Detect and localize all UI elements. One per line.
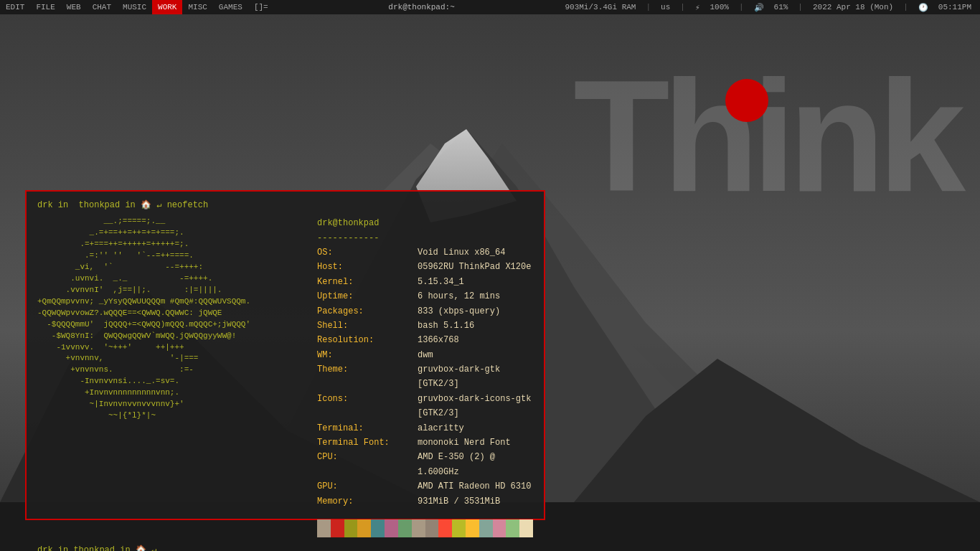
topbar-title: drk@thonkpad:~: [281, 3, 562, 11]
menu-music[interactable]: MUSIC: [117, 0, 152, 14]
info-key: Uptime:: [317, 289, 418, 303]
status-clock-icon: 🕐: [915, 3, 931, 12]
info-field: Uptime: 6 hours, 12 mins: [317, 289, 533, 303]
info-field: Theme: gruvbox-dark-gtk [GTK2/3]: [317, 362, 533, 392]
topbar-status: 903Mi/3.4Gi RAM | us | ⚡ 100% | 🔊 61% | …: [562, 3, 980, 12]
info-field: WM: dwm: [317, 348, 533, 362]
info-field: OS: Void Linux x86_64: [317, 245, 533, 260]
info-key: Theme:: [317, 362, 418, 392]
menu-edit[interactable]: EDIT: [0, 0, 30, 14]
neofetch-ascii: __.;=====;.__ _.=+==++=++=+=+===;. .=+==…: [37, 216, 310, 537]
menu-games[interactable]: GAMES: [213, 0, 248, 14]
neofetch-info: drk@thonkpad ------------ OS: Void Linux…: [310, 216, 533, 537]
info-key: Icons:: [317, 392, 418, 421]
sep3: |: [736, 3, 747, 11]
info-value: gruvbox-dark-gtk [GTK2/3]: [418, 362, 533, 392]
info-value: 980x551: [418, 333, 459, 347]
thinkpad-watermark: Think: [573, 57, 958, 215]
terminal-bottom-prompt: drk in thonkpad in 🏠 ↵ _: [37, 545, 533, 551]
color-swatch: [493, 519, 507, 537]
menu-file[interactable]: FILE: [30, 0, 60, 14]
info-value: Void Linux x86_64: [418, 245, 505, 260]
thinkpad-red-dot: [725, 79, 768, 122]
terminal-top-prompt: drk in thonkpad in 🏠 ↵ neofetch: [37, 199, 533, 212]
color-swatch: [506, 519, 519, 537]
info-field: Shell: bash 5.1.16: [317, 319, 533, 333]
neofetch-separator: ------------: [317, 231, 533, 245]
color-swatch: [357, 519, 371, 537]
info-value: mononoki Nerd Font: [418, 435, 511, 450]
info-value: bash 5.1.16: [418, 319, 474, 333]
info-field: GPU: AMD ATI Radeon HD 6310: [317, 479, 533, 494]
status-ram: 903Mi/3.4Gi RAM: [562, 3, 639, 11]
topbar: EDIT FILE WEB CHAT MUSIC WORK MISC GAMES…: [0, 0, 980, 14]
info-key: OS:: [317, 245, 418, 260]
color-swatch: [398, 519, 412, 537]
info-key: Packages:: [317, 304, 418, 319]
info-value: gruvbox-dark-icons-gtk [GTK2/3]: [418, 392, 533, 421]
status-time: 05:11PM: [936, 3, 974, 11]
info-value: dwm: [418, 348, 433, 362]
status-battery: 100%: [707, 3, 732, 11]
menu-layout[interactable]: []=: [248, 0, 274, 14]
status-battery-icon: ⚡: [692, 3, 703, 12]
info-key: CPU:: [317, 450, 418, 479]
color-swatches: [317, 519, 533, 537]
color-swatch: [371, 519, 385, 537]
info-field: Terminal: alacritty: [317, 421, 533, 435]
status-us: us: [658, 3, 673, 11]
color-swatch: [317, 519, 331, 537]
topbar-menu: EDIT FILE WEB CHAT MUSIC WORK MISC GAMES…: [0, 0, 281, 14]
think-text: Think: [573, 57, 958, 215]
info-key: Terminal Font:: [317, 435, 418, 450]
info-value: alacritty: [418, 421, 464, 435]
info-key: Shell:: [317, 319, 418, 333]
info-key: Kernel:: [317, 275, 418, 289]
info-value: AMD E-350 (2) @ 1.600GHz: [418, 450, 533, 479]
neofetch-fields: OS: Void Linux x86_64Host: 05962RU Think…: [317, 245, 533, 509]
color-swatch: [331, 519, 344, 537]
info-field: Resolution: 980x551: [317, 333, 533, 347]
info-field: Terminal Font: mononoki Nerd Font: [317, 435, 533, 450]
terminal-body: __.;=====;.__ _.=+==++=++=+=+===;. .=+==…: [37, 216, 533, 537]
color-swatch: [466, 519, 479, 537]
menu-chat[interactable]: CHAT: [87, 0, 117, 14]
sep2: |: [677, 3, 688, 11]
color-swatch: [438, 519, 452, 537]
color-swatch: [519, 519, 533, 537]
info-value: AMD ATI Radeon HD 6310: [418, 479, 531, 494]
menu-misc[interactable]: MISC: [182, 0, 212, 14]
color-swatch: [412, 519, 425, 537]
sep1: |: [643, 3, 654, 11]
sep5: |: [900, 3, 911, 11]
info-field: CPU: AMD E-350 (2) @ 1.600GHz: [317, 450, 533, 479]
info-key: WM:: [317, 348, 418, 362]
info-key: Host:: [317, 260, 418, 274]
info-field: Icons: gruvbox-dark-icons-gtk [GTK2/3]: [317, 392, 533, 421]
info-key: Resolution:: [317, 333, 418, 347]
info-value: 6 hours, 12 mins: [418, 289, 500, 303]
info-value: 931MiB / 3531MiB: [418, 494, 500, 509]
color-swatch: [385, 519, 398, 537]
info-field: Packages: 833 (xbps-query): [317, 304, 533, 319]
menu-web[interactable]: WEB: [61, 0, 87, 14]
status-date: 2022 Apr 18 (Mon): [810, 3, 896, 11]
info-field: Host: 05962RU ThinkPad X120e: [317, 260, 533, 274]
color-swatch: [425, 519, 439, 537]
color-swatch: [452, 519, 466, 537]
info-key: Terminal:: [317, 421, 418, 435]
info-key: Memory:: [317, 494, 418, 509]
color-swatch: [479, 519, 493, 537]
info-field: Memory: 931MiB / 3531MiB: [317, 494, 533, 509]
info-value: 05962RU ThinkPad X120e: [418, 260, 531, 274]
menu-work[interactable]: WORK: [152, 0, 182, 14]
sep4: |: [795, 3, 806, 11]
info-value: 833 (xbps-query): [418, 304, 500, 319]
status-volume: 61%: [771, 3, 791, 11]
info-key: GPU:: [317, 479, 418, 494]
info-value: 5.15.34_1: [418, 275, 464, 289]
info-field: Kernel: 5.15.34_1: [317, 275, 533, 289]
neofetch-hostname: drk@thonkpad: [317, 216, 533, 230]
color-swatch: [344, 519, 358, 537]
status-volume-icon: 🔊: [751, 3, 767, 12]
